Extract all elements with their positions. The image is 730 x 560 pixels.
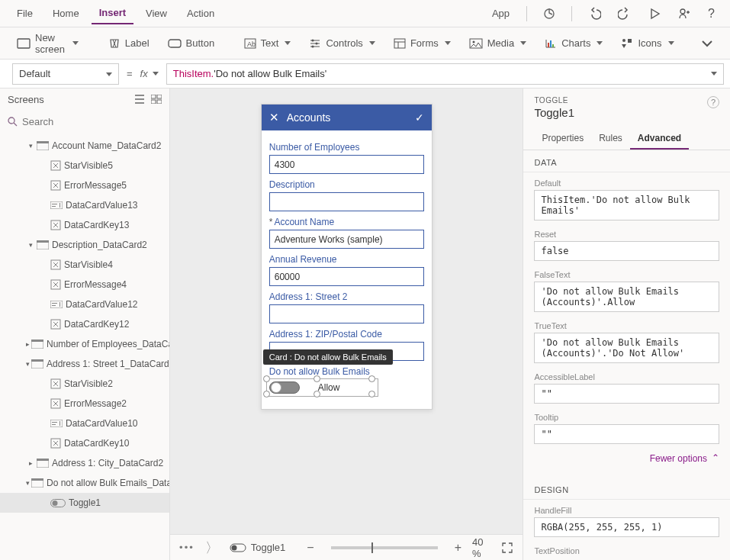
tree-node[interactable]: DataCardKey10	[0, 433, 169, 453]
tree-node[interactable]: ▸Address 1: City_DataCard2	[0, 453, 169, 473]
field-label: Address 1: ZIP/Postal Code	[269, 329, 424, 340]
tree-node[interactable]: StarVisible4	[0, 255, 169, 275]
property-value[interactable]: RGBA(255, 255, 255, 1)	[534, 517, 719, 537]
search-icon	[8, 117, 18, 127]
tree-list-icon[interactable]	[134, 95, 145, 104]
fit-screen-icon[interactable]	[501, 542, 513, 554]
menu-app[interactable]: App	[484, 3, 517, 24]
form-card[interactable]: *Account Name	[269, 217, 424, 249]
button-button[interactable]: Button	[160, 33, 223, 53]
field-input[interactable]	[269, 192, 424, 211]
tree-node[interactable]: DataCardKey12	[0, 314, 169, 334]
tab-properties[interactable]: Properties	[534, 128, 591, 150]
zoom-in-icon[interactable]: +	[455, 541, 461, 555]
field-input[interactable]	[269, 230, 424, 249]
formula-input[interactable]: ThisItem.'Do not allow Bulk Emails'	[166, 63, 724, 85]
form-card[interactable]: Number of Employees	[269, 142, 424, 174]
svg-rect-3	[169, 40, 181, 47]
svg-point-58	[231, 545, 236, 550]
tree-node-label: Do not allow Bulk Emails_DataCard2	[47, 478, 169, 488]
text-dropdown[interactable]: Ab Text	[236, 33, 299, 53]
fewer-options-link[interactable]: Fewer options⌃	[523, 450, 730, 471]
controls-dropdown[interactable]: Controls	[301, 33, 382, 53]
play-icon[interactable]	[642, 5, 667, 23]
tree-node[interactable]: DataCardValue13	[0, 195, 169, 215]
share-icon[interactable]	[671, 4, 697, 24]
tree-node[interactable]: DataCardKey13	[0, 215, 169, 235]
tree-node[interactable]: StarVisible2	[0, 374, 169, 394]
svg-rect-2	[18, 39, 30, 48]
tree-node[interactable]: DataCardValue10	[0, 414, 169, 433]
property-value[interactable]: ThisItem.'Do not allow Bulk Emails'	[534, 190, 719, 220]
field-label: Annual Revenue	[269, 254, 424, 265]
ribbon-expand-icon[interactable]	[693, 35, 721, 52]
new-screen-button[interactable]: New screen	[9, 27, 86, 60]
check-icon[interactable]: ✓	[415, 111, 424, 124]
form-card[interactable]: Annual Revenue	[269, 254, 424, 286]
zoom-slider[interactable]	[331, 546, 438, 549]
tree-node-label: DataCardValue12	[66, 299, 138, 310]
chevron-down-icon	[445, 41, 451, 45]
tab-rules[interactable]: Rules	[591, 128, 630, 150]
property-value[interactable]: ""	[534, 384, 719, 404]
tree-node[interactable]: ▾Address 1: Street 1_DataCard2	[0, 354, 169, 374]
tree-node[interactable]: ErrorMessage5	[0, 175, 169, 195]
forms-dropdown[interactable]: Forms	[386, 33, 458, 53]
toggle-control[interactable]	[269, 381, 300, 394]
property-value[interactable]: 'Do not allow Bulk Emails (Accounts)'.Al…	[534, 282, 719, 312]
media-dropdown[interactable]: Media	[461, 33, 534, 53]
tree-node[interactable]: ▾Description_DataCard2	[0, 235, 169, 255]
tree-node[interactable]: ▾Account Name_DataCard2	[0, 136, 169, 156]
search-input[interactable]	[22, 116, 162, 127]
card-icon	[37, 459, 49, 468]
icons-dropdown[interactable]: Icons	[613, 33, 681, 54]
undo-icon[interactable]	[581, 4, 607, 24]
close-icon[interactable]: ✕	[269, 111, 279, 124]
property-value[interactable]: ""	[534, 424, 719, 444]
tree-search[interactable]	[0, 110, 169, 133]
tree-grid-icon[interactable]	[151, 95, 162, 104]
menu-insert[interactable]: Insert	[92, 2, 133, 24]
tree-node[interactable]: ▾Do not allow Bulk Emails_DataCard2	[0, 473, 169, 493]
redo-icon[interactable]	[612, 4, 638, 24]
panel-help-icon[interactable]: ?	[707, 96, 719, 108]
form-card[interactable]: Address 1: Street 2	[269, 291, 424, 323]
tree-node[interactable]: DataCardValue12	[0, 294, 169, 314]
tree-node[interactable]: Toggle1	[0, 493, 169, 513]
tree-node[interactable]: ErrorMessage2	[0, 394, 169, 414]
menu-view[interactable]: View	[138, 3, 175, 24]
ctrl-icon	[50, 378, 61, 389]
form-card[interactable]: Description	[269, 179, 424, 211]
ctrl-icon	[50, 259, 61, 270]
menu-action[interactable]: Action	[179, 3, 222, 24]
field-input[interactable]	[269, 304, 424, 323]
label-button[interactable]: Label	[101, 33, 157, 54]
zoom-out-icon[interactable]: −	[307, 541, 314, 555]
tree-node[interactable]: ▸Number of Employees_DataCard2	[0, 334, 169, 354]
field-input[interactable]	[269, 267, 424, 286]
tree-node-label: Number of Employees_DataCard2	[47, 339, 169, 349]
form-card-toggle[interactable]: Do not allow Bulk EmailsAllow	[269, 366, 424, 400]
svg-point-15	[622, 39, 625, 42]
property-value[interactable]: false	[534, 241, 719, 261]
tree-node[interactable]: ErrorMessage4	[0, 275, 169, 294]
overflow-icon[interactable]: •••	[179, 542, 195, 553]
tab-advanced[interactable]: Advanced	[630, 128, 689, 150]
help-icon[interactable]: ?	[702, 4, 721, 24]
property-selector[interactable]: Default	[12, 63, 119, 85]
design-canvas[interactable]: ✕ Accounts ✓ Number of EmployeesDescript…	[170, 89, 523, 534]
property-value[interactable]: 'Do not allow Bulk Emails (Accounts)'.'D…	[534, 333, 719, 363]
tree-node-label: Account Name_DataCard2	[52, 140, 161, 151]
app-checker-icon[interactable]	[536, 4, 562, 24]
breadcrumb[interactable]: Toggle1	[230, 542, 286, 553]
card-tooltip: Card : Do not allow Bulk Emails	[263, 349, 393, 365]
fx-icon[interactable]: fx	[140, 68, 159, 79]
field-input[interactable]	[269, 155, 424, 174]
svg-rect-29	[59, 203, 60, 208]
menu-home[interactable]: Home	[45, 3, 87, 24]
tree-node[interactable]: StarVisible5	[0, 156, 169, 175]
menu-file[interactable]: File	[9, 3, 40, 24]
property-row: TextPosition	[523, 543, 730, 560]
property-row: AccessibleLabel""	[523, 369, 730, 410]
charts-dropdown[interactable]: Charts	[537, 33, 610, 53]
